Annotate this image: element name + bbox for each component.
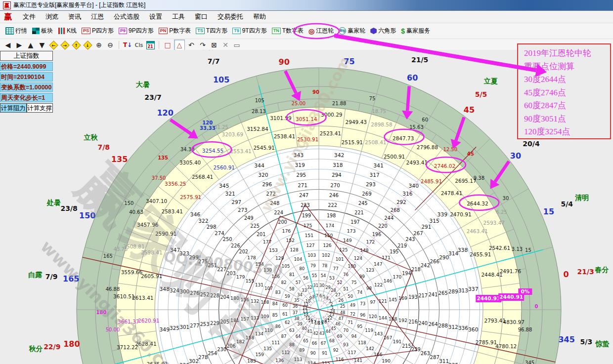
tool-screen-tool-icon[interactable]: ▭ [232, 40, 242, 50]
tool-zoom-out-icon[interactable]: ⊖ [105, 40, 115, 50]
menu-item-8[interactable]: 交易委托 [213, 13, 248, 20]
tool-scale-tool-icon[interactable]: ✕ [220, 40, 230, 50]
tool-nav-left-icon[interactable]: ◀ [3, 40, 13, 50]
svg-text:217: 217 [418, 293, 428, 298]
tool-square-tool-icon[interactable]: □ [163, 40, 173, 50]
p-table-icon: PN [159, 28, 168, 34]
menu-item-4[interactable]: 公式选股 [109, 13, 144, 20]
svg-text:25.00: 25.00 [292, 101, 306, 106]
toolbar-button-hexagon[interactable]: 六角形 [368, 25, 398, 38]
toolbar-button-label: K线 [67, 27, 77, 35]
tool-cls-icon[interactable]: Cls [134, 40, 144, 50]
toolbar-button-p-table[interactable]: PNP数字表 [156, 25, 194, 38]
svg-text:346: 346 [190, 211, 201, 218]
svg-text:250: 250 [223, 237, 232, 242]
tool-pan-right-icon[interactable]: → [60, 40, 70, 50]
svg-text:265: 265 [438, 290, 448, 296]
svg-text:23/7: 23/7 [144, 93, 161, 101]
svg-text:150: 150 [324, 233, 333, 238]
toolbar-button-p-square[interactable]: PSP四方形 [79, 25, 116, 38]
svg-text:167: 167 [384, 335, 393, 340]
svg-text:220: 220 [378, 223, 388, 229]
tool-rotate-cw-icon[interactable]: ↷ [198, 40, 208, 50]
svg-text:45: 45 [467, 151, 474, 157]
svg-text:295: 295 [296, 172, 306, 178]
svg-text:287: 287 [430, 355, 439, 360]
calc-resistance-button[interactable]: 计算阻力 [0, 103, 27, 113]
svg-text:263: 263 [421, 351, 430, 356]
toolbar-button-label: P四方形 [92, 27, 114, 35]
svg-text:50: 50 [348, 294, 353, 299]
svg-text:2644.32: 2644.32 [467, 201, 488, 206]
tool-triangle-tool-icon[interactable]: △ [174, 40, 185, 50]
svg-text:99: 99 [359, 274, 365, 279]
svg-text:75: 75 [351, 280, 357, 285]
9p-square-icon: P9 [119, 28, 127, 34]
svg-text:201: 201 [257, 232, 265, 237]
toolbar-button-sectors[interactable]: 板块 [30, 25, 55, 38]
menu-item-1[interactable]: 浏览 [41, 13, 63, 20]
toolbar-button-gann-wheel[interactable]: ◎江恩轮 [306, 25, 336, 38]
tool-pan-left-icon[interactable]: ← [48, 40, 58, 50]
info-row-3: 周天变化步长=1 [0, 93, 53, 102]
svg-text:20/4: 20/4 [523, 140, 540, 148]
svg-text:66: 66 [312, 341, 317, 346]
svg-text:68: 68 [329, 338, 335, 343]
svg-text:26: 26 [339, 298, 344, 303]
tool-pan-up-icon[interactable]: ↑ [71, 40, 81, 50]
svg-text:33.33: 33.33 [200, 125, 216, 131]
toolbar-button-9t-square[interactable]: T99T四方形 [230, 25, 269, 38]
svg-text:120: 120 [202, 120, 213, 125]
calc-support-button[interactable]: 计算支撑 [27, 103, 53, 113]
tool-nav-up-icon[interactable]: ▲ [26, 40, 36, 50]
tool-box-select-icon[interactable]: ⊠ [209, 40, 219, 50]
menu-item-2[interactable]: 资讯 [63, 13, 86, 20]
svg-text:125: 125 [339, 247, 348, 252]
svg-text:239: 239 [411, 347, 421, 352]
toolbar-button-winner-wheel[interactable]: Big赢家轮 [336, 25, 368, 38]
menu-item-7[interactable]: 窗口 [190, 13, 213, 20]
svg-text:7/9: 7/9 [45, 273, 58, 281]
toolbar-button-winner-service[interactable]: $赢家服务 [398, 25, 433, 38]
svg-text:69: 69 [337, 334, 343, 339]
svg-text:3305.40: 3305.40 [179, 160, 201, 165]
svg-text:249: 249 [244, 215, 254, 221]
svg-text:2463.41: 2463.41 [466, 228, 487, 234]
svg-text:97: 97 [370, 300, 375, 305]
menu-item-5[interactable]: 设置 [144, 13, 167, 20]
info-row-2: 变换系数=1.00000 [0, 82, 53, 92]
tool-zoom-in-icon[interactable]: ⊕ [94, 40, 104, 50]
svg-text:9.38: 9.38 [474, 175, 484, 181]
svg-text:22/9: 22/9 [44, 343, 60, 351]
tool-pan-down-icon[interactable]: ↓ [83, 40, 92, 50]
tool-t-down-icon[interactable]: T↓ [123, 40, 132, 50]
tool-rotate-ccw-icon[interactable]: ↶ [186, 40, 196, 50]
menu-item-0[interactable]: 文件 [18, 13, 41, 20]
dollar-icon: $ [401, 27, 405, 35]
menu-item-9[interactable]: 帮助 [248, 13, 271, 20]
toolbar-button-kline[interactable]: K线 [55, 25, 79, 38]
toolbar-separator [119, 41, 119, 49]
svg-text:2478.41: 2478.41 [441, 190, 462, 196]
svg-text:242: 242 [421, 263, 430, 268]
tool-calendar-icon[interactable]: 21 [145, 40, 155, 50]
svg-text:小暑: 小暑 [200, 50, 214, 50]
svg-text:95: 95 [357, 324, 362, 329]
menu-item-6[interactable]: 工具 [167, 13, 190, 20]
svg-text:5/5: 5/5 [475, 90, 487, 98]
tool-nav-right-icon[interactable]: ▶ [14, 40, 24, 50]
tool-nav-down-icon[interactable]: ▼ [37, 40, 47, 50]
svg-text:31: 31 [313, 283, 318, 288]
toolbar-button-t-square[interactable]: TST四方形 [193, 25, 230, 38]
toolbar-button-quotes[interactable]: 行情 [3, 25, 30, 38]
svg-text:152: 152 [286, 238, 295, 243]
hexagon-icon [370, 28, 377, 34]
svg-text:2568.41: 2568.41 [192, 174, 213, 180]
toolbar-button-9p-square[interactable]: P99P四方形 [116, 25, 156, 38]
svg-text:301: 301 [179, 324, 189, 330]
svg-text:2613.41: 2613.41 [132, 295, 153, 301]
menu-item-3[interactable]: 江恩 [86, 13, 109, 20]
svg-text:15.63: 15.63 [409, 124, 424, 130]
toolbar-button-t-table[interactable]: TNT数字表 [269, 25, 306, 38]
svg-text:立秋: 立秋 [83, 133, 98, 141]
